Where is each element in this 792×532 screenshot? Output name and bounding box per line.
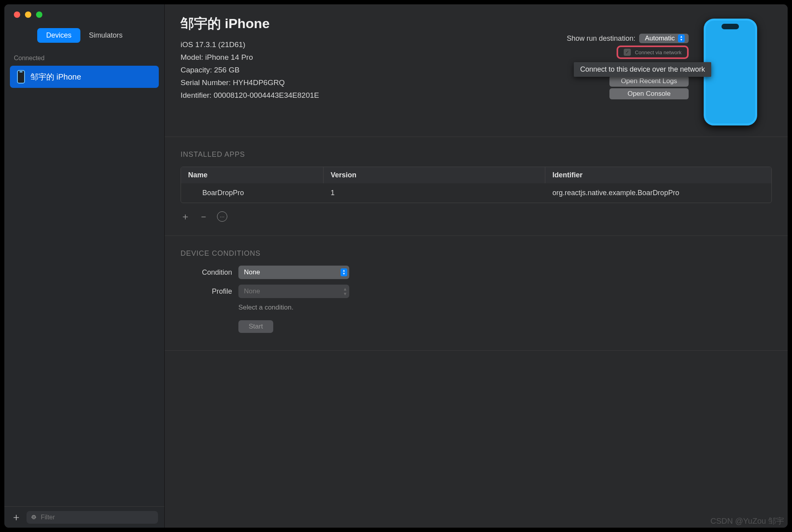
device-header: 邹宇的 iPhone iOS 17.3.1 (21D61) Model: iPh… [165, 4, 788, 137]
device-info-block: 邹宇的 iPhone iOS 17.3.1 (21D61) Model: iPh… [181, 15, 518, 102]
open-console-button[interactable]: Open Console [609, 88, 689, 99]
profile-row: Profile None ▲▼ [181, 285, 772, 298]
start-button[interactable]: Start [238, 320, 273, 333]
condition-label: Condition [181, 268, 232, 277]
xcode-devices-window: Devices Simulators Connected 邹宇的 iPhone … [4, 4, 788, 528]
col-name[interactable]: Name [181, 167, 324, 183]
app-version: 1 [324, 183, 545, 203]
condition-hint: Select a condition. [238, 304, 772, 312]
run-destination-label: Show run destination: [567, 34, 635, 43]
apps-table-header: Name Version Identifier [181, 167, 771, 183]
device-conditions-section: DEVICE CONDITIONS Condition None ▲▼ Prof… [165, 236, 788, 351]
installed-apps-section: INSTALLED APPS Name Version Identifier B… [165, 137, 788, 236]
sidebar-device-name: 邹宇的 iPhone [30, 72, 81, 82]
profile-label: Profile [181, 287, 232, 296]
stepper-icon: ▲▼ [678, 34, 685, 42]
apps-toolbar: ＋ － ··· [181, 203, 772, 223]
apps-table: Name Version Identifier BoarDropPro 1 or… [181, 167, 772, 203]
sidebar-device-item[interactable]: 邹宇的 iPhone [10, 66, 159, 88]
device-title: 邹宇的 iPhone [181, 15, 518, 33]
close-window-icon[interactable] [14, 11, 20, 18]
checkbox-icon[interactable]: ✓ [624, 49, 631, 56]
window-controls [4, 4, 164, 24]
iphone-icon [17, 70, 25, 84]
iphone-large-icon [704, 19, 757, 125]
table-row[interactable]: BoarDropPro 1 org.reactjs.native.example… [181, 183, 771, 203]
installed-apps-title: INSTALLED APPS [181, 150, 772, 159]
device-model: Model: iPhone 14 Pro [181, 51, 518, 64]
connect-via-network-row[interactable]: ✓ Connect via network [617, 46, 689, 59]
profile-select: None ▲▼ [238, 285, 349, 298]
app-name: BoarDropPro [181, 183, 324, 203]
filter-field[interactable] [27, 511, 158, 524]
run-destination-row: Show run destination: Automatic ▲▼ [567, 34, 689, 43]
filter-icon [30, 514, 38, 521]
device-identifier: Identifier: 00008120-0004443E34E8201E [181, 89, 518, 102]
run-destination-select[interactable]: Automatic ▲▼ [639, 34, 689, 43]
remove-app-button[interactable]: － [199, 210, 208, 223]
connect-via-network-label: Connect via network [635, 49, 682, 55]
col-version[interactable]: Version [324, 167, 545, 183]
add-app-button[interactable]: ＋ [181, 210, 190, 223]
device-conditions-title: DEVICE CONDITIONS [181, 249, 772, 258]
col-identifier[interactable]: Identifier [545, 167, 771, 183]
connected-label: Connected [4, 52, 164, 66]
open-recent-logs-button[interactable]: Open Recent Logs [609, 76, 689, 87]
device-capacity: Capacity: 256 GB [181, 64, 518, 76]
filter-input[interactable] [41, 514, 154, 521]
sidebar: Devices Simulators Connected 邹宇的 iPhone … [4, 4, 165, 528]
app-actions-menu-icon[interactable]: ··· [217, 211, 227, 222]
connect-tooltip: Connect to this device over the network [574, 62, 711, 77]
sidebar-tabs: Devices Simulators [4, 28, 164, 43]
condition-select[interactable]: None ▲▼ [238, 266, 349, 279]
header-controls: Show run destination: Automatic ▲▼ ✓ Con… [518, 34, 689, 99]
sidebar-footer: ＋ [4, 506, 164, 528]
add-device-button[interactable]: ＋ [11, 510, 22, 524]
device-os: iOS 17.3.1 (21D61) [181, 38, 518, 51]
stepper-icon: ▲▼ [343, 287, 347, 296]
main-content: 邹宇的 iPhone iOS 17.3.1 (21D61) Model: iPh… [165, 4, 788, 528]
app-identifier: org.reactjs.native.example.BoarDropPro [545, 183, 771, 203]
condition-row: Condition None ▲▼ [181, 266, 772, 279]
minimize-window-icon[interactable] [25, 11, 31, 18]
stepper-icon: ▲▼ [341, 268, 347, 276]
tab-simulators[interactable]: Simulators [80, 28, 131, 43]
device-serial: Serial Number: HYH4DP6GRQ [181, 76, 518, 89]
maximize-window-icon[interactable] [36, 11, 42, 18]
tab-devices[interactable]: Devices [37, 28, 80, 43]
